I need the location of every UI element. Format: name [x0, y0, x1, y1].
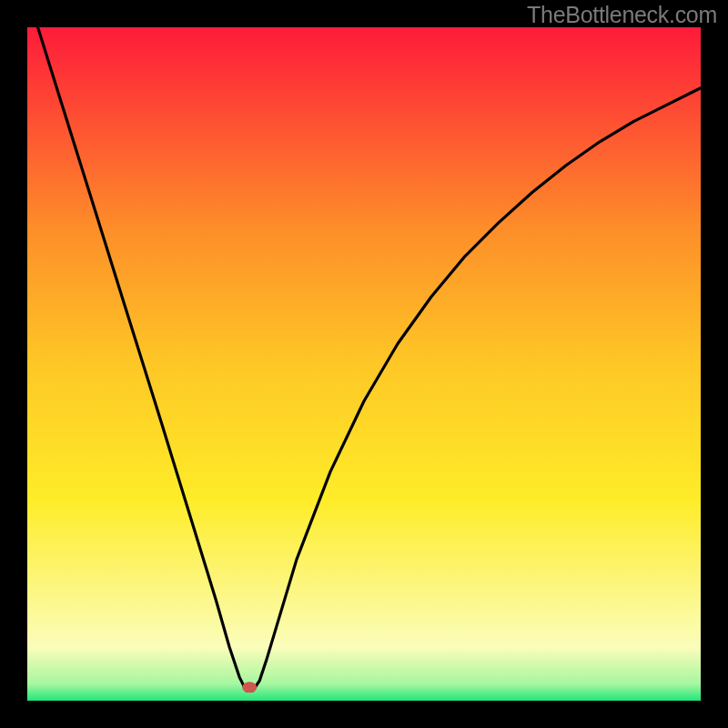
gradient-background	[27, 27, 701, 701]
minimum-marker	[242, 682, 257, 693]
watermark-text: TheBottleneck.com	[527, 2, 717, 28]
chart-frame: TheBottleneck.com	[0, 0, 728, 728]
chart-svg	[27, 27, 701, 701]
